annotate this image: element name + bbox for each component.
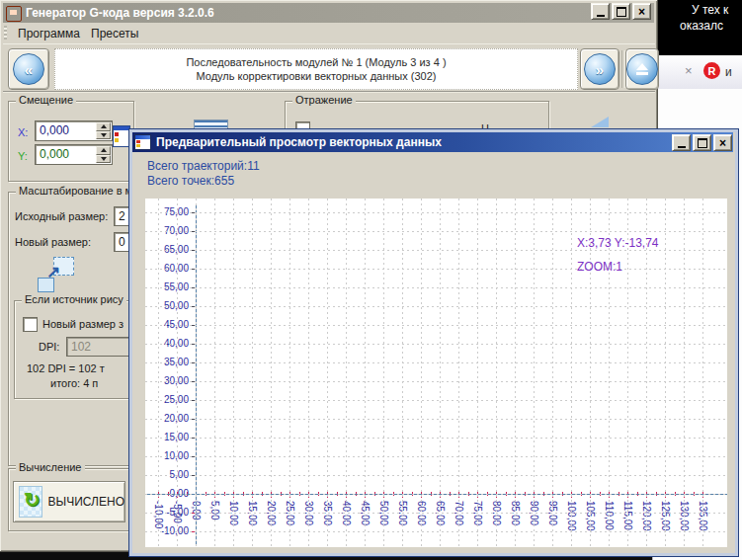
background-toolbar: × R и	[652, 55, 742, 90]
scaling-group-title: Масштабирование в м	[16, 185, 135, 197]
offset-x-label: X:	[18, 126, 28, 138]
vertical-gridline	[590, 199, 591, 547]
new-size-value: 0	[119, 235, 125, 249]
dpi-label: DPI:	[39, 341, 59, 353]
vertical-gridline	[177, 199, 178, 547]
vertical-gridline	[515, 199, 516, 547]
toolbar-text-fragment: и	[725, 65, 732, 79]
vertical-gridline	[496, 199, 497, 547]
vertical-gridline	[289, 199, 290, 547]
preview-window-title: Предварительный просмотр векторных данны…	[156, 135, 442, 149]
next-module-button[interactable]: »	[580, 48, 619, 90]
main-window-title: Генератор G-кода версия 3.2.0.6	[26, 6, 214, 20]
background-text-line2: оказалс	[680, 19, 723, 33]
close-icon[interactable]: ×	[685, 63, 693, 78]
vertical-gridline	[477, 199, 478, 547]
dpi-note-line1: 102 DPI = 102 т	[27, 362, 105, 374]
offset-y-input[interactable]: 0,000	[35, 144, 113, 165]
source-size-label: Исходный размер:	[15, 210, 108, 222]
module-navigation-panel: « Последовательность модулей № 1 (Модуль…	[3, 43, 655, 93]
minimize-button[interactable]	[591, 3, 610, 20]
vertical-gridline	[252, 199, 253, 547]
vertical-gridline	[646, 199, 647, 547]
menu-program[interactable]: Программа	[12, 26, 86, 41]
preview-maximize-button[interactable]	[693, 134, 711, 151]
vertical-gridline	[233, 199, 234, 547]
vertical-gridline	[383, 199, 384, 547]
vertical-gridline	[271, 199, 272, 547]
vertical-gridline	[571, 199, 572, 547]
preview-caption-buttons: ×	[672, 134, 732, 151]
vertical-gridline	[534, 199, 535, 547]
module-sequence-box: Последовательность модулей № 1 (Модуль 3…	[54, 48, 578, 90]
app-icon	[6, 6, 22, 22]
stats-trajectories: Всего траекторий:11	[147, 159, 260, 173]
new-size-label: Новый размер:	[15, 236, 91, 248]
prev-module-button[interactable]: «	[8, 48, 49, 90]
recalculate-icon: ↻	[19, 486, 42, 518]
preview-close-button[interactable]: ×	[713, 134, 732, 151]
vertical-gridline	[702, 199, 703, 547]
offset-x-value: 0,000	[40, 123, 69, 137]
offset-y-spinner[interactable]	[96, 146, 111, 163]
plot-area[interactable]: 75,0070,0065,0060,0055,0050,0045,0040,00…	[145, 199, 727, 547]
offset-x-input[interactable]: 0,000	[35, 120, 113, 141]
vertical-gridline	[458, 199, 459, 547]
cursor-coordinates-readout: X:3,73 Y:-13,74	[577, 236, 659, 250]
module-sequence-line2: Модуль корректировки векторных данных (3…	[197, 69, 437, 83]
vertical-gridline	[158, 199, 159, 547]
background-text-line1: У тех к	[692, 3, 728, 17]
vertical-gridline	[627, 199, 628, 547]
reflection-icon	[591, 117, 609, 127]
source-size-value: 2	[119, 209, 125, 223]
menu-presets[interactable]: Пресеты	[85, 26, 144, 41]
dpi-input[interactable]: 102	[66, 337, 133, 357]
image-source-group-title: Если источник рису	[22, 293, 126, 305]
preview-minimize-button[interactable]	[672, 134, 691, 151]
stats-points: Всего точек:655	[147, 174, 234, 188]
close-button[interactable]: ×	[632, 3, 651, 20]
vertical-gridline	[684, 199, 685, 547]
resize-icon: ↗	[38, 257, 77, 294]
main-title-bar[interactable]: Генератор G-кода версия 3.2.0.6	[3, 3, 654, 23]
preview-title-bar[interactable]: Предварительный просмотр векторных данны…	[132, 132, 733, 152]
vertical-gridline	[196, 199, 197, 547]
dpi-note-line2: итого: 4 п	[50, 377, 98, 389]
vertical-gridline	[365, 199, 366, 547]
desktop: { "main_window": { "title": "Генератор G…	[0, 0, 742, 560]
new-size-checkbox[interactable]	[23, 317, 38, 332]
offset-y-label: Y:	[18, 150, 28, 162]
maximize-button[interactable]	[612, 3, 630, 20]
zoom-readout: ZOOM:1	[577, 260, 622, 274]
vertical-gridline	[402, 199, 403, 547]
vertical-gridline	[440, 199, 441, 547]
module-sequence-line1: Последовательность модулей № 1 (Модуль 3…	[186, 55, 446, 69]
vertical-gridline	[308, 199, 309, 547]
main-caption-buttons: ×	[591, 3, 651, 20]
eject-button[interactable]	[625, 48, 659, 90]
vertical-gridline	[665, 199, 666, 547]
form-icon	[134, 134, 151, 150]
eject-icon	[626, 53, 658, 85]
computed-button[interactable]: ↻ ВЫЧИСЛЕНО	[13, 481, 125, 522]
computed-button-label: ВЫЧИСЛЕНО	[48, 495, 124, 509]
reflection-group-title: Отражение	[292, 94, 356, 106]
menu-grip[interactable]	[4, 26, 7, 40]
background-window: У тех к оказалс	[652, 0, 742, 55]
vertical-gridline	[609, 199, 610, 547]
next-arrows-icon: »	[584, 53, 616, 85]
compute-group-title: Вычисление	[16, 461, 85, 473]
vertical-gridline	[327, 199, 328, 547]
new-size-checkbox-label: Новый размер з	[42, 318, 124, 330]
vertical-gridline	[421, 199, 422, 547]
offset-x-spinner[interactable]	[96, 122, 111, 139]
rutube-logo-icon[interactable]: R	[703, 62, 720, 79]
dpi-value: 102	[71, 340, 91, 354]
preview-window: Предварительный просмотр векторных данны…	[128, 128, 739, 557]
offset-y-value: 0,000	[40, 147, 69, 161]
vertical-gridline	[346, 199, 347, 547]
offset-group-title: Смещение	[16, 94, 76, 106]
vertical-gridline	[552, 199, 553, 547]
prev-arrows-icon: «	[13, 53, 44, 85]
vertical-gridline	[214, 199, 215, 547]
